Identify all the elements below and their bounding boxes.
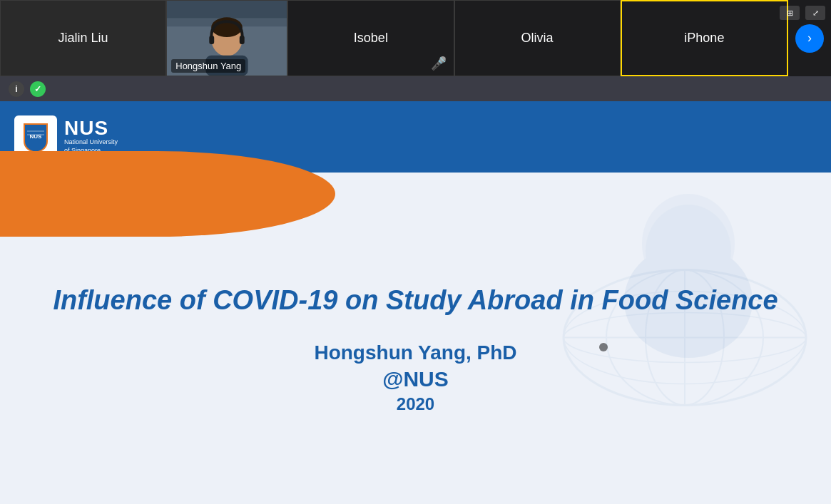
- participant-name-jialin: Jialin Liu: [58, 31, 108, 46]
- grid-icon: ⊞: [787, 9, 793, 18]
- slide-title: Influence of COVID-19 on Study Abroad in…: [53, 284, 778, 318]
- nus-text-block: NUS National Universityof Singapore: [64, 118, 118, 155]
- next-icon: ›: [807, 31, 812, 46]
- security-button[interactable]: ✓: [30, 81, 46, 97]
- svg-rect-7: [240, 36, 245, 44]
- muted-icon-isobel: 🎤: [431, 56, 447, 71]
- slide-title-container: Influence of COVID-19 on Study Abroad in…: [53, 284, 778, 318]
- info-icon: i: [15, 84, 17, 94]
- participant-jialin[interactable]: Jialin Liu: [0, 0, 166, 76]
- svg-rect-6: [210, 36, 215, 44]
- grid-view-button[interactable]: ⊞: [780, 6, 800, 20]
- shield-icon: ✓: [34, 84, 41, 94]
- svg-text:NUS: NUS: [30, 133, 43, 140]
- main-content: NUS NUS National Universityof Singapore: [0, 76, 831, 504]
- window-controls: ⊞ ⤢: [780, 6, 825, 20]
- fullscreen-icon: ⤢: [812, 9, 819, 18]
- slide-affiliation: @NUS: [314, 367, 516, 391]
- participant-hongshun[interactable]: Hongshun Yang: [166, 0, 287, 76]
- nus-crest-svg: NUS: [17, 118, 54, 155]
- participant-olivia[interactable]: Olivia: [454, 0, 621, 76]
- participant-name-iphone: iPhone: [684, 31, 724, 46]
- nus-main-name: NUS: [64, 118, 118, 138]
- info-button[interactable]: i: [9, 81, 24, 97]
- slide-author-block: Hongshun Yang, PhD @NUS 2020: [314, 341, 516, 414]
- status-bar: i ✓: [0, 76, 831, 101]
- slide-year: 2020: [314, 394, 516, 414]
- slide-author: Hongshun Yang, PhD: [314, 341, 516, 364]
- next-participants-button[interactable]: ›: [795, 24, 824, 53]
- participant-iphone[interactable]: iPhone: [621, 0, 788, 76]
- slide-container: NUS NUS National Universityof Singapore: [0, 101, 831, 504]
- video-name-tag-hongshun: Hongshun Yang: [171, 59, 245, 73]
- fullscreen-button[interactable]: ⤢: [805, 6, 825, 20]
- participant-name-olivia: Olivia: [521, 31, 554, 46]
- participant-name-isobel: Isobel: [354, 31, 388, 46]
- participant-isobel[interactable]: Isobel 🎤: [287, 0, 454, 76]
- participant-bar: Jialin Liu Hong: [0, 0, 831, 76]
